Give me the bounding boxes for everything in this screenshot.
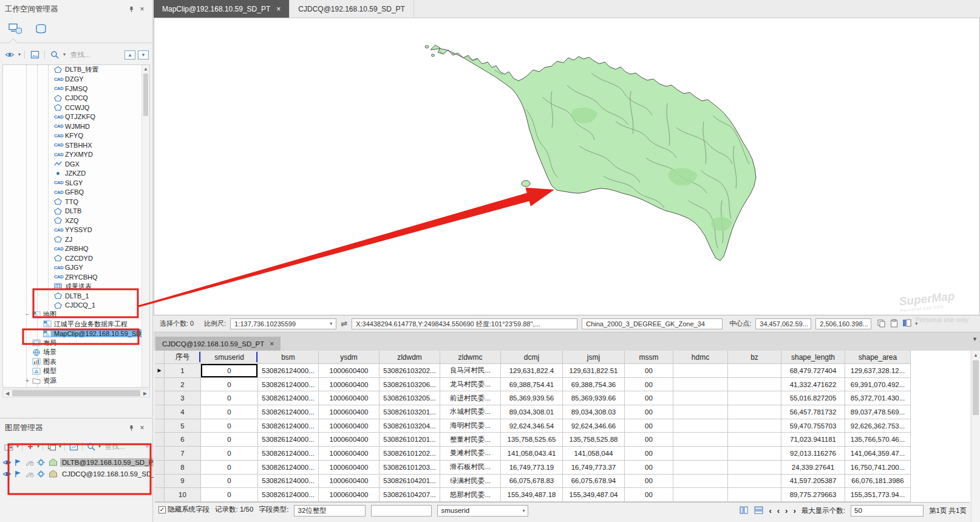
tree-item[interactable]: DLTB — [3, 207, 149, 216]
table-cell[interactable]: 1000600400 — [319, 391, 379, 405]
table-cell[interactable] — [673, 391, 728, 405]
column-header[interactable]: shape_length — [781, 351, 845, 364]
table-cell[interactable]: 1000600400 — [319, 447, 379, 461]
table-cell[interactable]: 155,349,487.04 — [563, 488, 625, 502]
tree-item[interactable]: DLTB_转置 — [3, 65, 149, 75]
table-cell[interactable] — [673, 461, 728, 475]
scrollbar-thumb[interactable] — [973, 360, 979, 415]
table-cell[interactable]: 530826103205... — [379, 391, 440, 405]
chevron-down-icon[interactable]: ▾ — [522, 509, 525, 513]
table-cell[interactable]: 530826124000... — [258, 378, 319, 392]
search-icon[interactable] — [86, 440, 97, 453]
tab-list-dropdown-icon[interactable]: ▼ — [972, 336, 978, 342]
chevron-down-icon[interactable]: ▾ — [330, 321, 332, 326]
search-icon[interactable] — [49, 48, 61, 61]
table-cell[interactable]: 530826103206... — [379, 378, 440, 392]
table-cell[interactable]: 530826103204... — [379, 419, 440, 433]
chevron-down-icon[interactable]: ▾ — [37, 444, 39, 449]
table-cell[interactable]: 89,037,478.569... — [845, 405, 911, 419]
tree-item[interactable]: CZCDYD — [3, 253, 149, 263]
table-cell[interactable] — [673, 447, 728, 461]
tree-item[interactable]: −地图 — [3, 310, 149, 320]
table-cell[interactable]: 4 — [165, 405, 201, 419]
table-cell[interactable]: 10 — [165, 488, 201, 502]
row-selector[interactable]: ▶ — [155, 364, 165, 378]
table-cell[interactable]: 水城村民委... — [440, 405, 501, 419]
table-cell[interactable] — [728, 419, 781, 433]
table-cell[interactable] — [673, 419, 728, 433]
chevron-down-icon[interactable]: ▾ — [16, 444, 19, 449]
table-cell[interactable]: 92,624,346.54 — [501, 419, 563, 433]
table-cell[interactable]: 1000600400 — [319, 461, 379, 475]
row-selector[interactable] — [155, 475, 165, 489]
tree-item[interactable]: DGX — [3, 159, 149, 169]
table-cell[interactable]: 89,034,308.03 — [563, 405, 625, 419]
paste-coordinate-icon[interactable] — [890, 319, 899, 329]
scrollbar-thumb[interactable] — [143, 74, 148, 116]
projection-field[interactable]: China_2000_3_DEGREE_GK_Zone_34 — [582, 318, 723, 329]
tree-item[interactable]: MapClip@192.168.10.59_SD_ — [3, 329, 149, 338]
tree-item[interactable]: 布局 — [3, 338, 149, 348]
table-cell[interactable]: 89,034,308.01 — [501, 405, 563, 419]
table-cell[interactable]: 怒那村民委... — [440, 488, 501, 502]
column-header[interactable]: mssm — [625, 351, 673, 364]
scroll-left-icon[interactable]: ◀ — [3, 391, 12, 396]
tree-item[interactable]: CADZYXMYD — [3, 150, 149, 160]
first-page-button[interactable]: ‹ — [769, 507, 771, 515]
next-page-button[interactable]: › — [785, 507, 788, 515]
table-cell[interactable]: 9 — [165, 475, 201, 489]
table-cell[interactable]: 8 — [165, 461, 201, 475]
table-cell[interactable] — [728, 488, 781, 502]
field-name-combobox[interactable]: smuserid ▾ — [437, 505, 528, 517]
close-tab-icon[interactable]: × — [270, 340, 274, 348]
chevron-down-icon[interactable]: ▾ — [59, 444, 61, 449]
table-cell[interactable]: 59,470.755703 — [781, 419, 845, 433]
tree-item[interactable]: +资源 — [3, 376, 149, 386]
checkbox-checked-icon[interactable]: ✓ — [158, 506, 166, 513]
table-cell[interactable]: 整董村民委... — [440, 433, 501, 447]
table-cell[interactable] — [673, 364, 728, 378]
copy-layers-icon[interactable] — [46, 440, 57, 453]
add-datasource-icon[interactable] — [4, 440, 15, 453]
table-cell[interactable]: 0 — [201, 433, 258, 447]
table-cell[interactable]: 92,013.116276 — [781, 447, 845, 461]
tree-item[interactable]: XZQ — [3, 216, 149, 225]
table-cell[interactable]: 16,750,741.200... — [845, 461, 911, 475]
table-cell[interactable] — [728, 405, 781, 419]
table-cell[interactable]: 16,749,773.19 — [501, 461, 563, 475]
datasource-view-icon[interactable] — [33, 22, 49, 35]
table-cell[interactable]: 2 — [165, 378, 201, 392]
table-cell[interactable]: 530826124000... — [258, 419, 319, 433]
table-cell[interactable] — [728, 461, 781, 475]
table-cell[interactable]: 00 — [625, 364, 673, 378]
swap-coordinates-icon[interactable]: ⇌ — [341, 319, 347, 328]
table-cell[interactable]: 89,775.279663 — [781, 488, 845, 502]
column-header[interactable]: zldwmc — [440, 351, 501, 364]
table-cell[interactable]: 海明村民委... — [440, 419, 501, 433]
table-cell[interactable]: 0 — [201, 419, 258, 433]
scroll-right-icon[interactable]: ▶ — [141, 391, 149, 396]
table-cell[interactable]: 129,631,822.4 — [501, 364, 563, 378]
row-selector[interactable] — [155, 378, 165, 392]
layer-search-input[interactable]: 查找... — [103, 442, 144, 452]
table-cell[interactable]: 1000600400 — [319, 488, 379, 502]
table-cell[interactable]: 0 — [201, 378, 258, 392]
table-cell[interactable]: 530826101203... — [379, 461, 440, 475]
scale-combobox[interactable]: 1:137,736.10235599 ▾ — [230, 318, 336, 329]
column-header[interactable]: dcmj — [501, 351, 563, 364]
tree-item[interactable]: 图表 — [3, 357, 149, 367]
table-cell[interactable]: 135,758,525.65 — [501, 433, 563, 447]
tree-item[interactable]: CADFJMSQ — [3, 84, 149, 94]
table-cell[interactable] — [728, 433, 781, 447]
tree-item[interactable]: DLTB_1 — [3, 291, 149, 301]
snapshot-icon[interactable] — [29, 48, 41, 61]
workspace-tree-view-icon[interactable] — [7, 22, 23, 35]
table-cell[interactable]: 135,758,525.88 — [563, 433, 625, 447]
table-cell[interactable]: 0 — [201, 447, 258, 461]
tree-item[interactable]: CADSTBHHX — [3, 140, 149, 150]
tree-item[interactable]: CADKFYQ — [3, 131, 149, 141]
table-cell[interactable]: 00 — [625, 405, 673, 419]
column-header[interactable]: bz — [728, 351, 781, 364]
column-header[interactable]: smuserid — [201, 351, 258, 364]
table-cell[interactable]: 530826124000... — [258, 391, 319, 405]
